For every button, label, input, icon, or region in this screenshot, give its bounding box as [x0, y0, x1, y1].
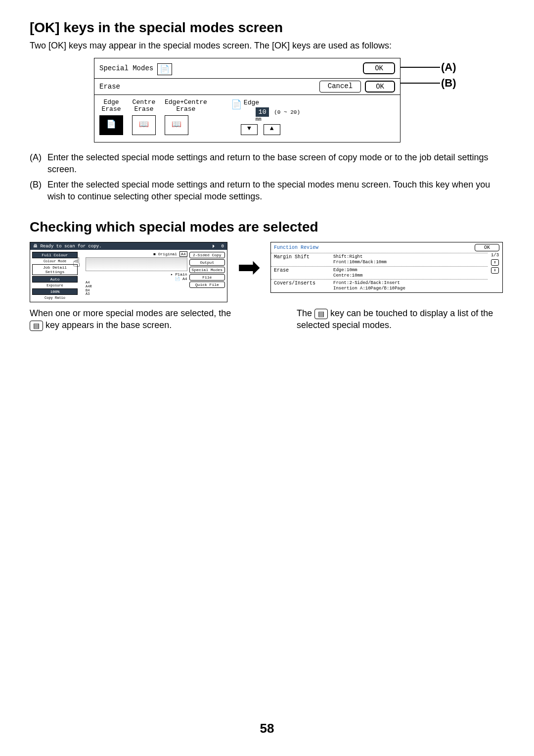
status-text: Ready to scan for copy.: [40, 244, 101, 249]
row-detail: Front:2-Sided/Back:Insert Insertion A:10…: [333, 281, 485, 291]
page-number: 58: [0, 721, 534, 736]
output-button[interactable]: Output: [189, 259, 225, 266]
callout-b-label: (B): [441, 77, 456, 90]
tray-list: A4 A4R B4 A3: [86, 281, 187, 296]
edge-erase-icon: 📄: [99, 115, 123, 135]
centre-erase-icon: 📖: [132, 115, 156, 135]
caption-right-pre: The: [297, 308, 314, 318]
copy-count: 0: [222, 244, 224, 249]
section1-intro: Two [OK] keys may appear in the special …: [30, 41, 504, 51]
function-review-ok-button[interactable]: OK: [475, 244, 499, 251]
copy-base-screen: 🖶 Ready to scan for copy. ⏵ 0 Full Colou…: [30, 242, 227, 302]
original-size: A4: [179, 251, 187, 257]
edge-value: 10: [256, 107, 269, 117]
row-detail: Shift:Right Front:10mm/Back:10mm: [333, 254, 485, 265]
edge-erase-option[interactable]: Edge Erase 📄: [99, 99, 123, 135]
doc-icon: 📄: [157, 63, 172, 75]
function-review-screen: Function Review OK Margin Shift Shift:Ri…: [270, 242, 503, 293]
edge-value-label: Edge: [244, 99, 300, 106]
cancel-button[interactable]: Cancel: [319, 81, 361, 93]
edge-increase-button[interactable]: ▲: [264, 124, 280, 135]
caption-right: The ▤ key can be touched to display a li…: [297, 307, 504, 331]
preview-area: ☝ ■ Original A4 ▸ Plain 📄 A4 A4 A4R B4 A…: [80, 252, 187, 300]
function-review-title: Function Review: [274, 245, 318, 250]
edgecentre-erase-option[interactable]: Edge+Centre Erase 📖: [165, 99, 207, 135]
centre-erase-option[interactable]: Centre Erase 📖: [132, 99, 156, 135]
paper-size: A4: [182, 277, 187, 281]
centre-erase-label: Centre Erase: [132, 99, 156, 113]
ok-button-a[interactable]: OK: [363, 62, 395, 74]
paragraph-b-tag: (B): [30, 179, 47, 203]
edge-range: (0 ~ 20): [274, 109, 300, 115]
edge-decrease-button[interactable]: ▼: [241, 124, 258, 135]
callout-line-a: [400, 67, 440, 68]
zoom-button[interactable]: 100%: [32, 288, 78, 295]
erase-label: Erase: [99, 83, 120, 91]
review-row-erase: Erase Edge:10mm Centre:10mm: [271, 266, 488, 280]
row-detail: Edge:10mm Centre:10mm: [333, 268, 485, 279]
job-detail-button[interactable]: Job Detail Settings: [32, 264, 78, 275]
paragraph-b-text: Enter the selected special mode settings…: [47, 179, 504, 203]
paragraph-b: (B) Enter the selected special mode sett…: [30, 179, 504, 203]
page-up-button[interactable]: ⬆: [491, 259, 498, 266]
page-indicator: 1/3: [491, 253, 499, 258]
caption-left: When one or more special modes are selec…: [30, 307, 237, 331]
review-key-icon: ▤: [30, 321, 43, 331]
row-label: Margin Shift: [274, 254, 333, 260]
auto-button[interactable]: Auto: [32, 276, 78, 283]
panel-title: Special Modes: [99, 64, 153, 72]
printer-icon: 🖶: [33, 244, 38, 249]
review-row-covers: Covers/Inserts Front:2-Sided/Back:Insert…: [271, 279, 488, 292]
arrow-right-icon: ➡: [237, 242, 261, 283]
paper-icon: 📄: [231, 99, 242, 110]
ok-button-b[interactable]: OK: [365, 81, 395, 93]
section2-heading: Checking which special modes are selecte…: [30, 219, 504, 235]
edge-erase-label: Edge Erase: [99, 99, 123, 113]
edgecentre-erase-label: Edge+Centre Erase: [165, 99, 207, 113]
colour-mode-sub: Colour Mode: [32, 259, 78, 263]
row-label: Covers/Inserts: [274, 281, 333, 286]
tray-icon: ⏵: [212, 244, 216, 249]
copy-ratio-sub: Copy Ratio: [32, 296, 78, 300]
special-modes-diagram: Special Modes 📄 OK Erase Cancel OK Edge …: [94, 58, 534, 142]
page-down-button[interactable]: ⬇: [491, 267, 498, 274]
full-colour-button[interactable]: Full Colour: [32, 252, 78, 258]
paper-type: Plain: [176, 272, 187, 277]
hand-pointer-icon: ☝: [73, 255, 81, 271]
original-label: Original: [158, 252, 177, 256]
callout-a-label: (A): [441, 61, 456, 74]
diagram-row: 🖶 Ready to scan for copy. ⏵ 0 Full Colou…: [30, 242, 504, 302]
caption-left-pre: When one or more special modes are selec…: [30, 308, 231, 318]
review-row-margin-shift: Margin Shift Shift:Right Front:10mm/Back…: [271, 253, 488, 266]
paragraph-a: (A) Enter the selected special mode sett…: [30, 151, 504, 176]
edgecentre-erase-icon: 📖: [165, 115, 188, 135]
two-sided-copy-button[interactable]: 2-Sided Copy: [189, 252, 225, 258]
caption-left-post: key appears in the base screen.: [45, 320, 172, 330]
callout-line-b: [400, 83, 440, 84]
copier-illustration: [86, 257, 187, 271]
paragraph-a-text: Enter the selected special mode settings…: [47, 151, 504, 176]
edge-value-panel: 📄 Edge 10 (0 ~ 20) mm ▼ ▲: [231, 99, 300, 135]
exposure-sub: Exposure: [32, 284, 78, 287]
review-key-icon: ▤: [314, 309, 328, 319]
paragraph-a-tag: (A): [30, 151, 47, 176]
row-label: Erase: [274, 268, 333, 273]
section1-heading: [OK] keys in the special modes screen: [30, 20, 504, 36]
special-modes-button[interactable]: Special Modes: [189, 267, 225, 273]
quick-file-button[interactable]: Quick File: [189, 282, 225, 288]
edge-unit: mm: [256, 117, 300, 122]
file-button[interactable]: File: [189, 274, 225, 281]
